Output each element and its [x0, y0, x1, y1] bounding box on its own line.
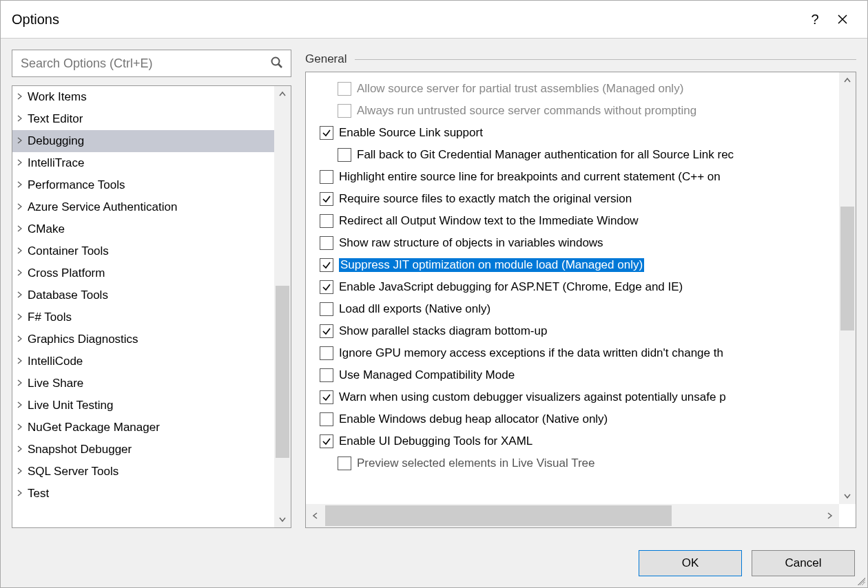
- chevron-right-icon[interactable]: [17, 224, 26, 234]
- tree-item[interactable]: Graphics Diagnostics: [12, 328, 274, 350]
- checkbox[interactable]: [320, 434, 333, 448]
- checkbox[interactable]: [320, 280, 333, 294]
- chevron-right-icon[interactable]: [17, 291, 26, 300]
- options-hscrollbar[interactable]: [306, 504, 839, 527]
- tree-item[interactable]: IntelliCode: [12, 350, 274, 372]
- chevron-right-icon[interactable]: [17, 445, 26, 454]
- option-row: Redirect all Output Window text to the I…: [306, 210, 839, 232]
- checkbox[interactable]: [320, 302, 333, 316]
- section-header: General: [305, 52, 856, 66]
- tree-item[interactable]: NuGet Package Manager: [12, 417, 274, 439]
- chevron-right-icon[interactable]: [17, 114, 26, 124]
- tree-item[interactable]: IntelliTrace: [12, 152, 274, 174]
- window-title: Options: [12, 12, 801, 28]
- tree-item[interactable]: Cross Platform: [12, 262, 274, 284]
- option-label: Show parallel stacks diagram bottom-up: [339, 324, 547, 338]
- scroll-right-icon[interactable]: [820, 504, 839, 527]
- option-row: Enable UI Debugging Tools for XAML: [306, 430, 839, 452]
- scroll-left-icon[interactable]: [306, 504, 325, 527]
- chevron-right-icon[interactable]: [17, 357, 26, 366]
- chevron-right-icon[interactable]: [17, 136, 26, 146]
- option-row: Preview selected elements in Live Visual…: [306, 452, 839, 474]
- tree-item[interactable]: Live Unit Testing: [12, 395, 274, 417]
- tree-item[interactable]: F# Tools: [12, 306, 274, 328]
- tree-item[interactable]: Text Editor: [12, 108, 274, 130]
- option-label: Highlight entire source line for breakpo…: [339, 170, 721, 184]
- chevron-right-icon[interactable]: [17, 180, 26, 190]
- option-row: Show parallel stacks diagram bottom-up: [306, 320, 839, 342]
- chevron-right-icon[interactable]: [17, 489, 26, 498]
- tree-item-label: Text Editor: [28, 112, 83, 126]
- checkbox[interactable]: [320, 192, 333, 206]
- chevron-right-icon[interactable]: [17, 92, 26, 102]
- tree-item[interactable]: Container Tools: [12, 240, 274, 262]
- help-button[interactable]: ?: [801, 12, 829, 28]
- tree-item-label: Test: [28, 487, 49, 501]
- option-label: Ignore GPU memory access exceptions if t…: [339, 346, 723, 360]
- checkbox[interactable]: [320, 170, 333, 184]
- option-label: Show raw structure of objects in variabl…: [339, 236, 603, 250]
- scroll-thumb[interactable]: [840, 207, 854, 330]
- resize-grip[interactable]: [856, 576, 865, 585]
- checkbox[interactable]: [320, 236, 333, 250]
- chevron-right-icon[interactable]: [17, 423, 26, 432]
- tree-item[interactable]: Debugging: [12, 130, 274, 152]
- tree-item[interactable]: SQL Server Tools: [12, 461, 274, 483]
- checkbox[interactable]: [338, 456, 351, 470]
- tree-item-label: Cross Platform: [28, 266, 105, 280]
- checkbox[interactable]: [320, 126, 333, 140]
- footer: OK Cancel: [1, 539, 867, 587]
- options-panel: Allow source server for partial trust as…: [305, 72, 856, 528]
- cancel-button[interactable]: Cancel: [752, 550, 855, 576]
- option-label: Enable Windows debug heap allocator (Nat…: [339, 412, 608, 426]
- tree-item[interactable]: Azure Service Authentication: [12, 196, 274, 218]
- scroll-thumb[interactable]: [325, 505, 672, 526]
- category-tree[interactable]: Work ItemsText EditorDebuggingIntelliTra…: [12, 85, 291, 528]
- checkbox[interactable]: [320, 346, 333, 360]
- tree-item-label: Live Unit Testing: [28, 399, 113, 412]
- tree-item[interactable]: Database Tools: [12, 284, 274, 306]
- chevron-right-icon[interactable]: [17, 313, 26, 322]
- tree-item[interactable]: Test: [12, 483, 274, 505]
- close-button[interactable]: [829, 14, 856, 25]
- help-icon: ?: [811, 12, 818, 28]
- search-input[interactable]: [19, 56, 270, 72]
- tree-item[interactable]: Performance Tools: [12, 174, 274, 196]
- checkbox[interactable]: [320, 324, 333, 338]
- option-label: Use Managed Compatibility Mode: [339, 368, 515, 382]
- checkbox[interactable]: [320, 214, 333, 228]
- tree-item[interactable]: CMake: [12, 218, 274, 240]
- checkbox[interactable]: [320, 368, 333, 382]
- tree-item-label: Graphics Diagnostics: [28, 333, 138, 346]
- scroll-up-icon[interactable]: [839, 72, 856, 89]
- tree-item[interactable]: Live Share: [12, 372, 274, 395]
- chevron-right-icon[interactable]: [17, 269, 26, 278]
- search-icon[interactable]: [270, 56, 284, 72]
- option-label: Always run untrusted source server comma…: [357, 104, 696, 118]
- search-box[interactable]: [12, 50, 291, 77]
- options-vscrollbar[interactable]: [839, 72, 856, 504]
- ok-button[interactable]: OK: [639, 550, 742, 576]
- scroll-thumb[interactable]: [276, 286, 289, 458]
- tree-item[interactable]: Work Items: [12, 86, 274, 108]
- checkbox[interactable]: [320, 390, 333, 404]
- chevron-right-icon[interactable]: [17, 246, 26, 256]
- tree-scrollbar[interactable]: [274, 86, 291, 527]
- tree-item[interactable]: Snapshot Debugger: [12, 439, 274, 461]
- chevron-right-icon[interactable]: [17, 335, 26, 344]
- scroll-down-icon[interactable]: [274, 511, 291, 527]
- checkbox[interactable]: [320, 258, 333, 272]
- checkbox[interactable]: [320, 412, 333, 426]
- scroll-up-icon[interactable]: [274, 86, 291, 103]
- option-row: Warn when using custom debugger visualiz…: [306, 386, 839, 408]
- option-label: Redirect all Output Window text to the I…: [339, 214, 639, 228]
- chevron-right-icon[interactable]: [17, 379, 26, 388]
- scroll-down-icon[interactable]: [839, 487, 856, 504]
- checkbox[interactable]: [338, 148, 351, 162]
- tree-item-label: Container Tools: [28, 244, 109, 258]
- chevron-right-icon[interactable]: [17, 467, 26, 476]
- chevron-right-icon[interactable]: [17, 158, 26, 168]
- tree-item-label: IntelliTrace: [28, 156, 85, 170]
- chevron-right-icon[interactable]: [17, 401, 26, 410]
- chevron-right-icon[interactable]: [17, 202, 26, 212]
